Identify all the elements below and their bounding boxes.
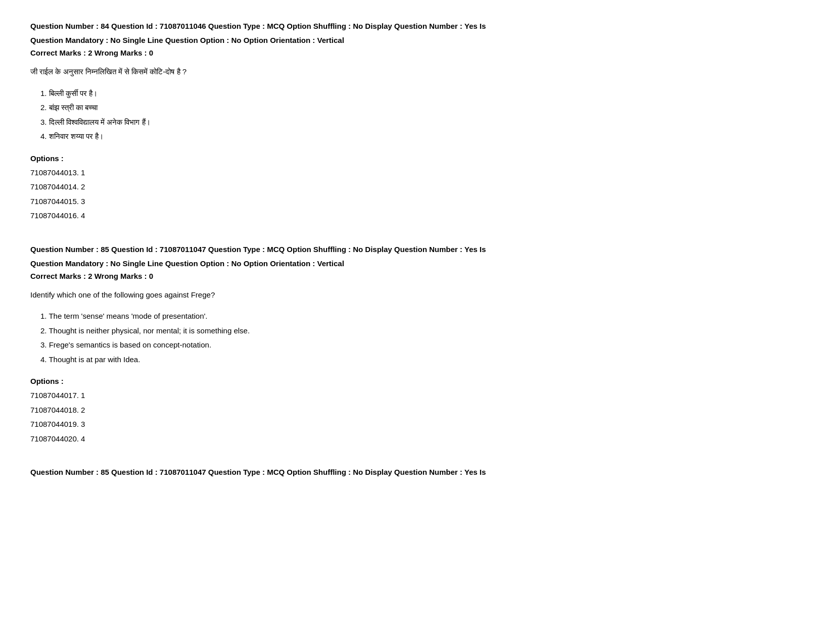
choice-84-1: 1. बिल्ली कुर्सी पर है। bbox=[40, 86, 804, 101]
option-85a-4: 71087044020. 4 bbox=[30, 432, 804, 447]
question-meta-85a-line2: Question Mandatory : No Single Line Ques… bbox=[30, 258, 804, 270]
choice-84-2: 2. बांझ स्त्री का बच्चा bbox=[40, 101, 804, 115]
question-block-84: Question Number : 84 Question Id : 71087… bbox=[30, 20, 804, 223]
options-label-85a: Options : bbox=[30, 377, 804, 385]
option-84-1: 71087044013. 1 bbox=[30, 166, 804, 180]
option-84-2: 71087044014. 2 bbox=[30, 180, 804, 194]
option-84-3: 71087044015. 3 bbox=[30, 194, 804, 209]
choice-85a-3: 3. Frege's semantics is based on concept… bbox=[40, 338, 804, 353]
choice-85a-2: 2. Thought is neither physical, nor ment… bbox=[40, 324, 804, 338]
options-label-84: Options : bbox=[30, 154, 804, 163]
question-meta-85b-line1: Question Number : 85 Question Id : 71087… bbox=[30, 466, 804, 478]
choices-list-85a: 1. The term 'sense' means 'mode of prese… bbox=[30, 309, 804, 367]
question-text-85a: Identify which one of the following goes… bbox=[30, 288, 804, 302]
question-block-85b: Question Number : 85 Question Id : 71087… bbox=[30, 466, 804, 478]
choice-85a-1: 1. The term 'sense' means 'mode of prese… bbox=[40, 309, 804, 324]
question-marks-84: Correct Marks : 2 Wrong Marks : 0 bbox=[30, 48, 804, 57]
question-meta-84-line1: Question Number : 84 Question Id : 71087… bbox=[30, 20, 804, 32]
page-content: Question Number : 84 Question Id : 71087… bbox=[30, 20, 804, 478]
question-marks-85a: Correct Marks : 2 Wrong Marks : 0 bbox=[30, 272, 804, 280]
option-85a-3: 71087044019. 3 bbox=[30, 417, 804, 432]
question-text-84: जी राईल के अनुसार निम्नलिखित में से किसम… bbox=[30, 65, 804, 78]
choice-84-4: 4. शनिवार शय्या पर है। bbox=[40, 129, 804, 144]
option-85a-1: 71087044017. 1 bbox=[30, 388, 804, 403]
question-meta-84-line2: Question Mandatory : No Single Line Ques… bbox=[30, 34, 804, 46]
choice-84-3: 3. दिल्ली विश्वविद्यालय में अनेक विभाग ह… bbox=[40, 115, 804, 130]
question-block-85a: Question Number : 85 Question Id : 71087… bbox=[30, 243, 804, 447]
choices-list-84: 1. बिल्ली कुर्सी पर है। 2. बांझ स्त्री क… bbox=[30, 86, 804, 144]
option-85a-2: 71087044018. 2 bbox=[30, 403, 804, 418]
option-84-4: 71087044016. 4 bbox=[30, 209, 804, 223]
question-meta-85a-line1: Question Number : 85 Question Id : 71087… bbox=[30, 243, 804, 256]
choice-85a-4: 4. Thought is at par with Idea. bbox=[40, 353, 804, 367]
